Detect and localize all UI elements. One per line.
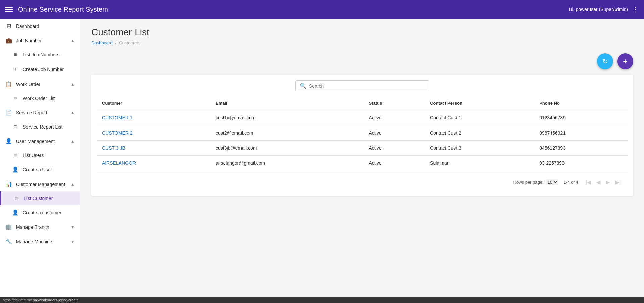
manage-machine-icon: 🔧	[5, 238, 12, 245]
search-input[interactable]	[309, 83, 425, 89]
breadcrumb-separator: /	[115, 40, 117, 45]
plus-icon-1: ＋	[12, 66, 19, 73]
sidebar-label-create-job-number: Create Job Number	[23, 67, 64, 72]
sidebar-item-create-job-number[interactable]: ＋ Create Job Number	[0, 62, 80, 77]
status-cell: Active	[363, 156, 425, 171]
phone-cell: 0456127893	[534, 141, 628, 156]
customer-link[interactable]: CUSTOMER 1	[102, 115, 133, 120]
sidebar-label-dashboard: Dashboard	[16, 23, 39, 29]
action-buttons: ↻ +	[91, 53, 633, 69]
table-row: CUST 3 JB cust3jb@email.com Active Conta…	[97, 141, 628, 156]
sidebar-item-dashboard[interactable]: ⊞ Dashboard	[0, 19, 80, 33]
chevron-service-report	[71, 110, 75, 115]
sidebar-section-job-number[interactable]: 💼 Job Number	[0, 33, 80, 48]
hamburger-menu[interactable]	[5, 7, 13, 12]
pagination-range: 1-4 of 4	[564, 180, 578, 185]
pagination: Rows per page: 10 25 50 1-4 of 4 |◀ ◀ ▶ …	[97, 173, 628, 191]
phone-cell: 0987456321	[534, 125, 628, 141]
sidebar-label-manage-machine: Manage Machine	[16, 239, 52, 244]
email-cell: airselangor@gmail.com	[210, 156, 363, 171]
user-info: Hi, poweruser (SuperAdmin)	[569, 7, 628, 12]
sidebar-item-list-customer[interactable]: ≡ List Customer	[0, 191, 80, 205]
sidebar-section-service-report[interactable]: 📄 Service Report	[0, 105, 80, 120]
list-icon-5: ≡	[13, 195, 20, 201]
col-contact: Contact Person	[425, 97, 534, 110]
sidebar-section-manage-branch[interactable]: 🏢 Manage Branch	[0, 220, 80, 234]
sidebar-item-create-customer[interactable]: 👤 Create a customer	[0, 205, 80, 220]
chevron-customer-management	[71, 182, 75, 187]
sidebar: ⊞ Dashboard 💼 Job Number ≡ List Job Numb…	[0, 19, 80, 297]
sidebar-item-create-user[interactable]: 👤 Create a User	[0, 162, 80, 177]
customer-name-cell: AIRSELANGOR	[97, 156, 210, 171]
status-bar: https://dev.mrtime.org/workorders/jobno/…	[0, 297, 644, 303]
main-content: Customer List Dashboard / Customers ↻ + …	[80, 19, 644, 297]
next-page-button[interactable]: ▶	[604, 178, 612, 187]
add-icon: +	[623, 57, 628, 66]
search-container: 🔍	[97, 80, 628, 91]
sidebar-item-service-report-list[interactable]: ≡ Service Report List	[0, 120, 80, 134]
chevron-manage-branch	[71, 225, 75, 230]
last-page-button[interactable]: ▶|	[613, 178, 623, 187]
sidebar-label-create-customer: Create a customer	[23, 210, 61, 215]
work-order-icon: 📋	[5, 81, 12, 87]
chevron-manage-machine	[71, 239, 75, 244]
sidebar-label-customer-management: Customer Management	[16, 182, 65, 187]
sidebar-label-work-order: Work Order	[16, 82, 40, 87]
sidebar-item-list-users[interactable]: ≡ List Users	[0, 148, 80, 162]
customer-link[interactable]: CUSTOMER 2	[102, 130, 133, 136]
job-number-icon: 💼	[5, 37, 12, 44]
col-customer: Customer	[97, 97, 210, 110]
customer-table-card: 🔍 Customer Email Status Contact Person P…	[91, 75, 633, 196]
sidebar-section-user-management[interactable]: 👤 User Management	[0, 134, 80, 148]
chevron-user-management	[71, 139, 75, 144]
sidebar-label-list-users: List Users	[23, 153, 44, 158]
first-page-button[interactable]: |◀	[584, 178, 593, 187]
sidebar-section-manage-machine[interactable]: 🔧 Manage Machine	[0, 234, 80, 249]
sidebar-label-user-management: User Management	[16, 139, 55, 144]
add-customer-button[interactable]: +	[617, 53, 633, 69]
table-row: CUSTOMER 1 cust1x@email.com Active Conta…	[97, 110, 628, 125]
prev-page-button[interactable]: ◀	[594, 178, 602, 187]
sidebar-section-work-order[interactable]: 📋 Work Order	[0, 77, 80, 91]
rows-per-page-select[interactable]: 10 25 50	[546, 179, 558, 185]
sidebar-label-service-report: Service Report	[16, 110, 47, 115]
col-phone: Phone No	[534, 97, 628, 110]
sidebar-label-create-user: Create a User	[23, 167, 52, 172]
phone-cell: 0123456789	[534, 110, 628, 125]
sidebar-section-customer-management[interactable]: 📊 Customer Management	[0, 177, 80, 191]
topbar: Online Service Report System Hi, powerus…	[0, 0, 644, 19]
sidebar-item-list-job-numbers[interactable]: ≡ List Job Numbers	[0, 48, 80, 62]
sidebar-item-work-order-list[interactable]: ≡ Work Order List	[0, 91, 80, 105]
rows-per-page-label: Rows per page:	[513, 180, 544, 185]
email-cell: cust1x@email.com	[210, 110, 363, 125]
sidebar-label-job-number: Job Number	[16, 38, 42, 43]
contact-cell: Contact Cust 3	[425, 141, 534, 156]
chevron-work-order	[71, 82, 75, 87]
list-icon-4: ≡	[12, 152, 19, 158]
list-icon-3: ≡	[12, 124, 19, 130]
refresh-icon: ↻	[602, 57, 608, 65]
email-cell: cust2@email.com	[210, 125, 363, 141]
refresh-button[interactable]: ↻	[597, 53, 613, 69]
user-management-icon: 👤	[5, 138, 12, 144]
phone-cell: 03-2257890	[534, 156, 628, 171]
status-cell: Active	[363, 141, 425, 156]
sidebar-label-service-report-list: Service Report List	[23, 124, 62, 130]
sidebar-label-work-order-list: Work Order List	[23, 96, 56, 101]
breadcrumb-parent[interactable]: Dashboard	[91, 40, 113, 45]
search-icon: 🔍	[300, 83, 306, 89]
contact-cell: Contact Cust 1	[425, 110, 534, 125]
customers-table: Customer Email Status Contact Person Pho…	[97, 97, 628, 170]
more-options-icon[interactable]: ⋮	[632, 5, 639, 13]
list-icon-2: ≡	[12, 95, 19, 101]
customer-link[interactable]: AIRSELANGOR	[102, 160, 136, 166]
status-cell: Active	[363, 125, 425, 141]
customer-name-cell: CUSTOMER 2	[97, 125, 210, 141]
manage-branch-icon: 🏢	[5, 224, 12, 230]
customer-link[interactable]: CUST 3 JB	[102, 145, 125, 151]
breadcrumb-current: Customers	[119, 40, 140, 45]
status-cell: Active	[363, 110, 425, 125]
app-title: Online Service Report System	[18, 6, 108, 13]
create-user-icon: 👤	[12, 166, 19, 173]
table-row: CUSTOMER 2 cust2@email.com Active Contac…	[97, 125, 628, 141]
